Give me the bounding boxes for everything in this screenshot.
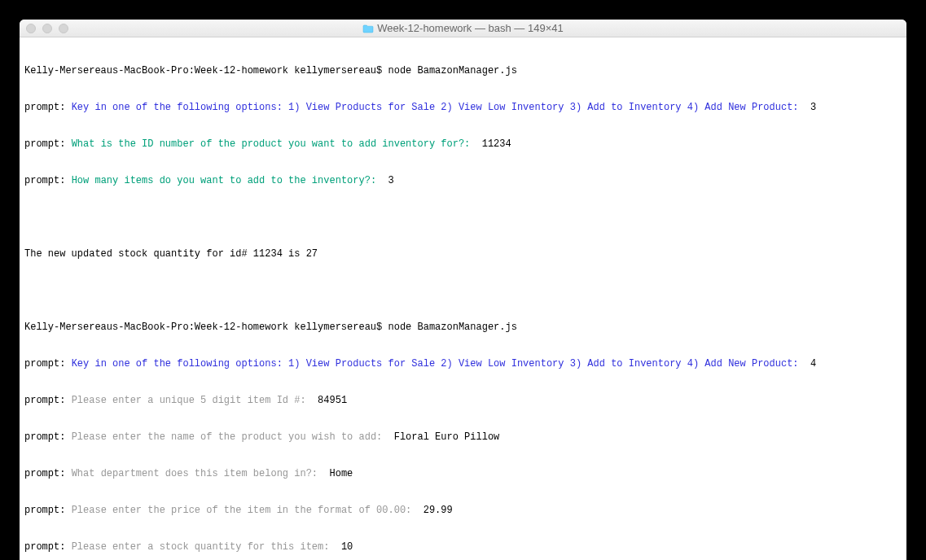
prompt-line: prompt: Please enter a unique 5 digit it…: [24, 395, 902, 407]
folder-icon: [362, 24, 374, 33]
terminal-window: Week-12-homework — bash — 149×41 Kelly-M…: [20, 20, 906, 560]
window-title-text: Week-12-homework — bash — 149×41: [377, 22, 563, 34]
prompt-line: prompt: Please enter a stock quantity fo…: [24, 541, 902, 553]
window-title: Week-12-homework — bash — 149×41: [20, 22, 906, 34]
shell-line: Kelly-Mersereaus-MacBook-Pro:Week-12-hom…: [24, 65, 902, 77]
titlebar[interactable]: Week-12-homework — bash — 149×41: [20, 20, 906, 37]
result-line: The new updated stock quantity for id# 1…: [24, 248, 902, 260]
shell-line: Kelly-Mersereaus-MacBook-Pro:Week-12-hom…: [24, 322, 902, 334]
close-button[interactable]: [26, 24, 36, 33]
blank-line: [24, 285, 902, 297]
zoom-button[interactable]: [59, 24, 68, 33]
prompt-line: prompt: Key in one of the following opti…: [24, 102, 902, 114]
prompt-line: prompt: What department does this item b…: [24, 468, 902, 480]
prompt-line: prompt: What is the ID number of the pro…: [24, 138, 902, 151]
terminal-body[interactable]: Kelly-Mersereaus-MacBook-Pro:Week-12-hom…: [20, 37, 906, 560]
prompt-line: prompt: Key in one of the following opti…: [24, 358, 902, 370]
traffic-lights: [26, 24, 68, 33]
blank-line: [24, 212, 902, 224]
prompt-line: prompt: Please enter the name of the pro…: [24, 431, 902, 444]
minimize-button[interactable]: [42, 24, 52, 33]
prompt-line: prompt: Please enter the price of the it…: [24, 505, 902, 517]
prompt-line: prompt: How many items do you want to ad…: [24, 175, 902, 187]
